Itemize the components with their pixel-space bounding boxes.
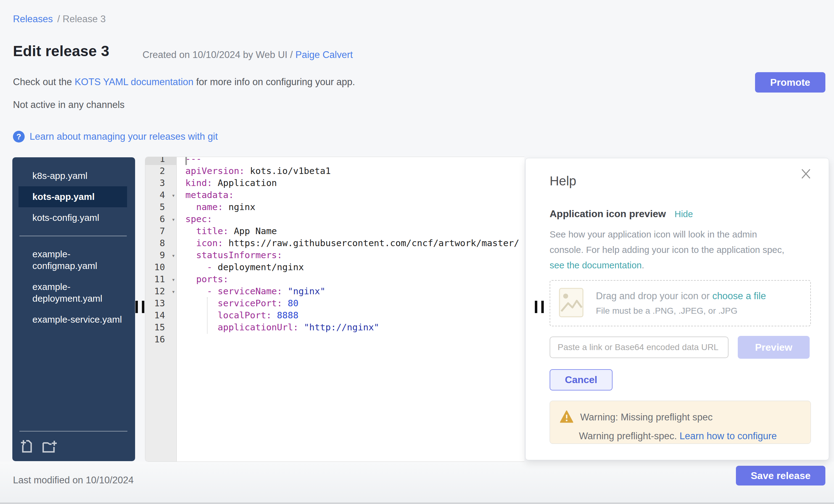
see-documentation-link[interactable]: see the documentation <box>550 260 642 270</box>
code-token: statusInformers: <box>196 250 282 260</box>
file-list: k8s-app.yamlkots-app.yamlkots-config.yam… <box>12 157 135 330</box>
new-file-icon[interactable] <box>19 439 34 454</box>
text-cursor <box>185 157 187 165</box>
code-token: "nginx" <box>282 286 325 297</box>
line-number: 2 <box>145 165 177 177</box>
footer-bar: Last modified on 10/10/2024 Save release <box>0 462 834 504</box>
last-modified-text: Last modified on 10/10/2024 <box>13 475 134 486</box>
cancel-button[interactable]: Cancel <box>550 369 613 391</box>
hide-link[interactable]: Hide <box>675 209 693 219</box>
new-folder-icon[interactable] <box>42 439 58 454</box>
code-token: App Name <box>228 226 277 236</box>
code-line-3: 3kind: Application <box>145 177 524 189</box>
code-token: title: <box>196 226 228 236</box>
icon-preview-title: Application icon preview <box>550 208 666 220</box>
code-line-10: 10 - deployment/nginx <box>145 261 524 273</box>
fold-arrow-icon[interactable]: ▾ <box>172 190 175 201</box>
breadcrumb-current: / Release 3 <box>54 14 106 24</box>
help-panel-resize-handle[interactable] <box>535 301 544 313</box>
breadcrumb-releases-link[interactable]: Releases <box>13 14 53 24</box>
fold-arrow-icon[interactable]: ▾ <box>172 273 175 286</box>
dropzone-text: Drag and drop your icon or choose a file… <box>596 290 766 316</box>
icon-dropzone[interactable]: Drag and drop your icon or choose a file… <box>550 280 811 326</box>
code-line-content: kind: Application <box>177 177 524 189</box>
code-token: apiVersion: <box>185 166 245 176</box>
kots-yaml-docs-link[interactable]: KOTS YAML documentation <box>75 76 193 87</box>
code-token: localPort: <box>218 310 272 321</box>
file-item-kots-config.yaml[interactable]: kots-config.yaml <box>19 207 127 228</box>
fold-arrow-icon[interactable]: ▾ <box>172 249 175 262</box>
author-link[interactable]: Paige Calvert <box>295 49 353 60</box>
code-line-content: metadata: <box>177 189 524 201</box>
fold-arrow-icon[interactable]: ▾ <box>172 214 175 225</box>
breadcrumb: Releases / Release 3 <box>13 14 106 25</box>
code-token: Application <box>212 178 277 188</box>
line-number: 5 <box>145 201 177 213</box>
code-lines: 1---2apiVersion: kots.io/v1beta13kind: A… <box>145 157 524 346</box>
code-line-8: 8 icon: https://raw.githubusercontent.co… <box>145 237 524 249</box>
code-token <box>185 202 196 212</box>
file-item-kots-app.yaml[interactable]: kots-app.yaml <box>19 186 127 207</box>
question-mark-icon: ? <box>13 131 25 143</box>
window-bottom-edge <box>0 502 834 504</box>
git-help-row: ? Learn about managing your releases wit… <box>13 131 218 143</box>
file-item-example-service.yaml[interactable]: example-service.yaml <box>19 309 127 330</box>
icon-preview-description: See how your application icon will look … <box>550 227 787 273</box>
file-sidebar: k8s-app.yamlkots-app.yamlkots-config.yam… <box>12 157 135 461</box>
code-line-13: 13 servicePort: 80 <box>145 297 524 309</box>
code-line-15: 15 applicationUrl: "http://nginx" <box>145 322 524 333</box>
code-token: "http://nginx" <box>299 322 379 332</box>
sidebar-resize-handle[interactable] <box>135 301 144 313</box>
file-item-label: kots-app.yaml <box>32 191 95 203</box>
code-line-content: localPort: 8888 <box>177 309 524 322</box>
text-segment: . <box>642 260 644 270</box>
git-releases-link[interactable]: Learn about managing your releases with … <box>29 131 218 142</box>
dropzone-file-types: File must be a .PNG, .JPEG, or .JPG <box>596 306 766 316</box>
code-token: servicePort: <box>218 298 283 308</box>
code-token: - <box>207 262 218 272</box>
code-editor[interactable]: 1---2apiVersion: kots.io/v1beta13kind: A… <box>145 157 524 462</box>
file-item-example-deployment.yaml[interactable]: example-deployment.yaml <box>19 276 127 309</box>
help-panel: Help Application icon preview Hide See h… <box>525 158 829 460</box>
code-token <box>185 322 218 332</box>
file-item-label: example-service.yaml <box>32 314 122 325</box>
code-token: spec: <box>185 214 212 224</box>
text-segment: Warning preflight-spec. <box>579 431 679 441</box>
code-token: kind: <box>185 178 212 188</box>
promote-button[interactable]: Promote <box>755 72 825 92</box>
text-segment: for more info on configuring your app. <box>193 76 355 87</box>
close-icon[interactable] <box>800 168 811 180</box>
learn-configure-link[interactable]: Learn how to configure <box>679 431 777 441</box>
file-item-example-configmap.yaml[interactable]: example-configmap.yaml <box>19 244 127 276</box>
warning-title: Warning: Missing preflight spec <box>580 412 713 423</box>
code-line-content: title: App Name <box>177 225 524 237</box>
line-number: 15 <box>145 322 177 333</box>
save-release-button[interactable]: Save release <box>736 466 825 485</box>
icon-url-input[interactable] <box>550 336 728 358</box>
sidebar-tools <box>19 431 127 454</box>
code-token: https://raw.githubusercontent.com/cncf/a… <box>223 238 519 248</box>
line-number: 14 <box>145 309 177 322</box>
text-segment: Check out the <box>13 76 75 87</box>
code-token: kots.io/v1beta1 <box>245 166 331 176</box>
code-line-4: 4▾metadata: <box>145 189 524 201</box>
file-list-divider <box>19 236 127 236</box>
file-item-k8s-app.yaml[interactable]: k8s-app.yaml <box>19 165 127 186</box>
line-number: 4▾ <box>145 189 177 201</box>
code-token <box>185 250 196 260</box>
edit-release-page: Releases / Release 3 Edit release 3 Crea… <box>0 0 834 504</box>
choose-file-link[interactable]: choose a file <box>712 290 766 301</box>
file-item-label: example-deployment.yaml <box>32 281 125 304</box>
code-line-content: servicePort: 80 <box>177 297 524 309</box>
docs-info-line: Check out the KOTS YAML documentation fo… <box>13 76 355 88</box>
preview-button[interactable]: Preview <box>738 336 810 359</box>
code-line-content: icon: https://raw.githubusercontent.com/… <box>177 237 524 249</box>
fold-arrow-icon[interactable]: ▾ <box>172 286 175 298</box>
code-line-content: name: nginx <box>177 201 524 213</box>
code-line-content <box>177 333 524 346</box>
line-number: 8 <box>145 237 177 249</box>
code-token: 8888 <box>271 310 298 321</box>
code-line-9: 9▾ statusInformers: <box>145 249 524 261</box>
code-token: 80 <box>282 298 298 308</box>
text-segment: See how your application icon will look … <box>550 229 784 255</box>
